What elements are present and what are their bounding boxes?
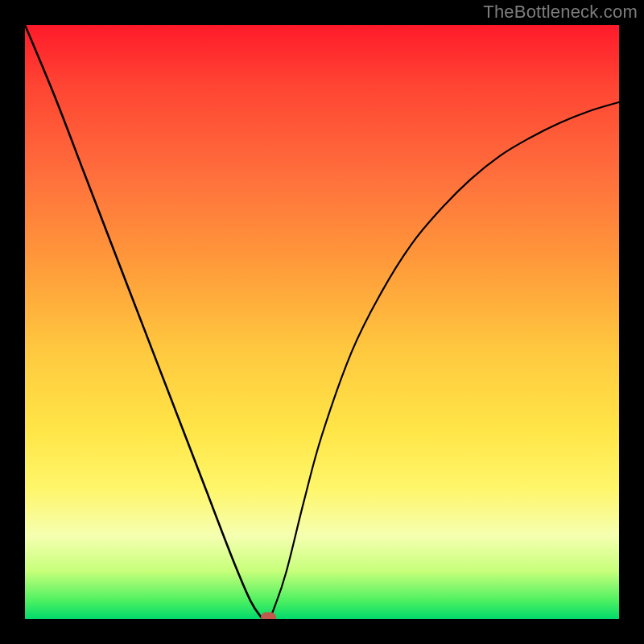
curve-svg	[25, 25, 619, 619]
optimal-point-marker	[262, 613, 276, 619]
watermark-text: TheBottleneck.com	[483, 2, 638, 23]
bottleneck-curve-right	[262, 102, 619, 619]
chart-frame: TheBottleneck.com	[0, 0, 644, 644]
plot-area	[25, 25, 619, 619]
bottleneck-curve-left	[25, 25, 262, 619]
